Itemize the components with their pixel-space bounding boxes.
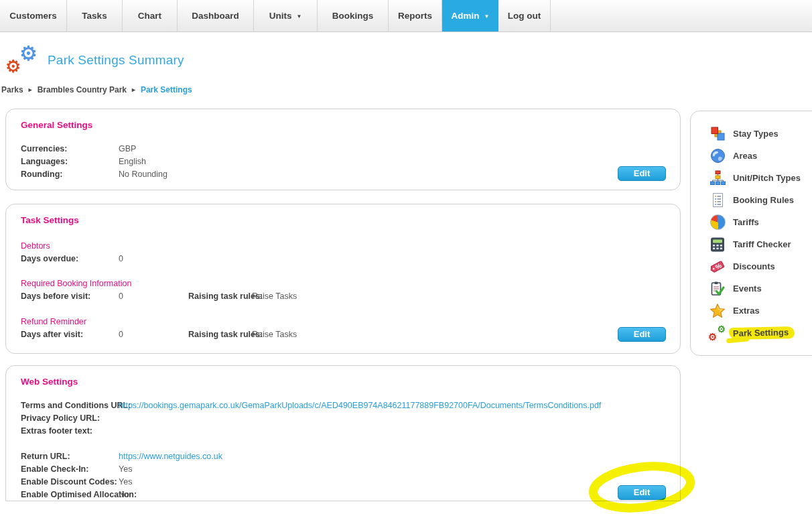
web-settings-edit-button[interactable]: Edit	[618, 485, 666, 500]
task-group-subtitle: Required Booking Information	[21, 277, 665, 290]
sidebar-item-discounts[interactable]: %Discounts	[709, 255, 812, 277]
row-value: Raise Tasks	[252, 290, 665, 303]
sidebar-item-stay-types[interactable]: Stay Types	[709, 123, 812, 145]
row-value-link[interactable]: https://www.netguides.co.uk	[119, 450, 665, 463]
park-settings-icon: ⚙⚙	[709, 325, 726, 341]
sidebar-item-label: Discounts	[733, 261, 775, 271]
nav-tab-chart[interactable]: Chart	[123, 0, 178, 31]
sidebar-item-label: Booking Rules	[733, 195, 794, 205]
row-label: Raising task rules:	[188, 328, 252, 341]
settings-row: Privacy Policy URL:	[21, 412, 665, 425]
general-settings-panel: General Settings Currencies:GBPLanguages…	[5, 109, 681, 190]
web-settings-title: Web Settings	[21, 377, 665, 387]
nav-tab-tasks[interactable]: Tasks	[67, 0, 123, 31]
general-settings-edit-button[interactable]: Edit	[618, 166, 666, 181]
row-value-link[interactable]: https://bookings.gemapark.co.uk/GemaPark…	[119, 399, 665, 412]
nav-tab-customers[interactable]: Customers	[0, 0, 67, 31]
row-label	[188, 253, 252, 265]
chevron-down-icon: ▼	[484, 13, 490, 19]
booking-rules-icon	[709, 192, 726, 208]
row-label: Rounding:	[21, 168, 119, 181]
nav-tab-label: Chart	[138, 11, 161, 21]
row-label: Raising task rules:	[188, 290, 252, 303]
row-value: English	[119, 155, 665, 168]
admin-sidebar: Stay TypesAreasUnit/Pitch TypesBooking R…	[690, 111, 812, 356]
sidebar-item-label: Tariffs	[733, 217, 759, 227]
settings-row: Terms and Conditions URL:https://booking…	[21, 399, 665, 412]
nav-tab-bookings[interactable]: Bookings	[318, 0, 389, 31]
events-icon	[709, 281, 726, 297]
row-value: No	[119, 489, 665, 501]
breadcrumb-item-park-settings[interactable]: Park Settings	[141, 85, 192, 94]
row-label: Currencies:	[21, 143, 119, 155]
page-header: ⚙ ⚙ Park Settings Summary	[5, 44, 184, 76]
sidebar-item-park-settings[interactable]: ⚙⚙Park Settings	[709, 322, 812, 344]
tariff-checker-icon	[709, 237, 726, 253]
row-value: 0	[119, 290, 188, 303]
sidebar-item-tariff-checker[interactable]: Tariff Checker	[709, 233, 812, 255]
breadcrumb-item-brambles-country-park[interactable]: Brambles Country Park	[38, 85, 127, 94]
nav-tab-label: Tasks	[82, 11, 107, 21]
row-label: Languages:	[21, 155, 119, 168]
row-value: No Rounding	[119, 168, 665, 181]
areas-icon	[709, 148, 726, 164]
row-label: Enable Check-In:	[21, 463, 119, 476]
row-label: Extras footer text:	[21, 425, 119, 438]
settings-row: Enable Check-In:Yes	[21, 463, 665, 476]
sidebar-item-booking-rules[interactable]: Booking Rules	[709, 189, 812, 211]
sidebar-item-label: Extras	[733, 306, 760, 316]
task-settings-edit-button[interactable]: Edit	[618, 327, 666, 342]
nav-tab-log-out[interactable]: Log out	[498, 0, 551, 31]
tariffs-icon	[709, 214, 726, 231]
row-label: Enable Discount Codes:	[21, 476, 119, 489]
stay-types-icon	[709, 126, 726, 142]
sidebar-item-events[interactable]: Events	[709, 277, 812, 300]
nav-tab-reports[interactable]: Reports	[389, 0, 442, 31]
settings-row: Days before visit:0Raising task rules:Ra…	[21, 290, 665, 303]
row-value	[252, 253, 665, 265]
top-navbar: CustomersTasksChartDashboardUnits▼Bookin…	[0, 0, 812, 32]
settings-row: Languages:English	[21, 155, 665, 168]
sidebar-item-label: Stay Types	[733, 129, 779, 139]
breadcrumb: Parks►Brambles Country Park►Park Setting…	[1, 85, 192, 94]
nav-tab-dashboard[interactable]: Dashboard	[178, 0, 254, 31]
chevron-down-icon: ▼	[296, 13, 301, 19]
task-settings-title: Task Settings	[21, 215, 665, 225]
row-value: 0	[119, 328, 188, 341]
row-value: Yes	[119, 463, 665, 476]
nav-tab-label: Log out	[508, 11, 541, 21]
page-title: Park Settings Summary	[48, 53, 184, 68]
settings-row: Rounding:No Rounding	[21, 168, 665, 181]
row-value: Yes	[119, 476, 665, 489]
discounts-icon: %	[709, 259, 726, 275]
settings-row: Enable Optimised Allocation:No	[21, 489, 665, 501]
breadcrumb-item-parks[interactable]: Parks	[1, 85, 23, 94]
general-settings-title: General Settings	[21, 120, 665, 130]
breadcrumb-separator-icon: ►	[27, 86, 33, 93]
sidebar-item-tariffs[interactable]: Tariffs	[709, 211, 812, 233]
row-value: Raise Tasks	[252, 328, 665, 341]
sidebar-item-label: Tariff Checker	[733, 239, 791, 249]
task-settings-panel: Task Settings DebtorsDays overdue:0Requi…	[5, 204, 681, 354]
sidebar-item-unit-pitch-types[interactable]: Unit/Pitch Types	[709, 167, 812, 189]
nav-tab-label: Reports	[398, 11, 432, 21]
sidebar-item-label: Park Settings	[729, 326, 795, 339]
nav-tab-label: Units	[269, 11, 292, 21]
task-group-subtitle: Refund Reminder	[21, 316, 665, 328]
row-value	[119, 412, 665, 425]
breadcrumb-separator-icon: ►	[131, 86, 137, 93]
sidebar-item-extras[interactable]: Extras	[709, 300, 812, 322]
nav-tab-admin[interactable]: Admin▼	[442, 0, 498, 31]
nav-tab-units[interactable]: Units▼	[254, 0, 318, 31]
nav-tab-label: Bookings	[332, 11, 374, 21]
extras-icon	[709, 303, 726, 319]
web-settings-panel: Web Settings Terms and Conditions URL:ht…	[5, 365, 681, 501]
row-label: Enable Optimised Allocation:	[21, 489, 119, 501]
settings-row: Currencies:GBP	[21, 143, 665, 155]
row-label: Days overdue:	[21, 253, 119, 265]
row-value	[119, 425, 665, 438]
sidebar-item-areas[interactable]: Areas	[709, 145, 812, 167]
sidebar-item-label: Events	[733, 283, 762, 294]
row-value: GBP	[119, 143, 665, 155]
sidebar-item-label: Areas	[733, 151, 757, 161]
